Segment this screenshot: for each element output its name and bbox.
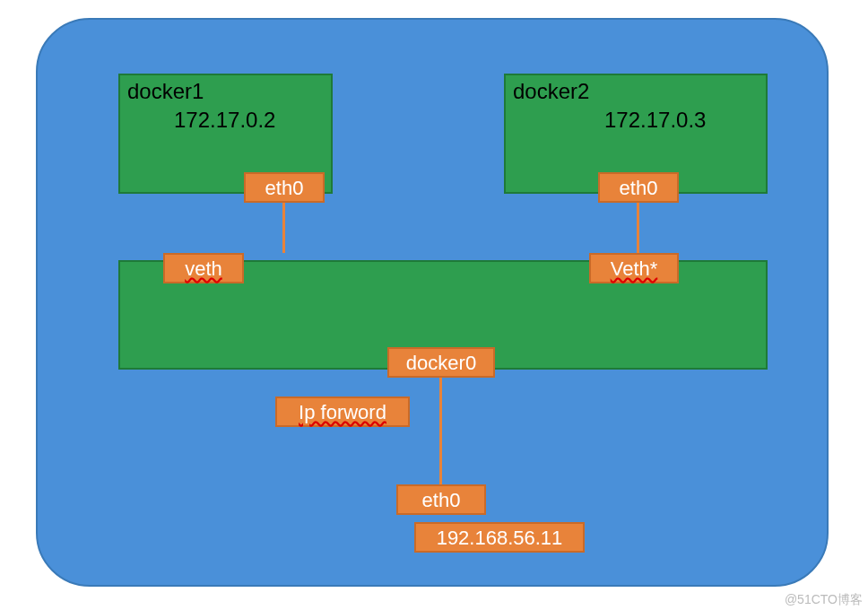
line-docker2-veth (637, 203, 639, 253)
docker1-veth: veth (163, 253, 244, 283)
ip-forward: Ip forword (275, 396, 410, 427)
host-eth0: eth0 (396, 484, 486, 515)
docker2-eth0: eth0 (598, 172, 679, 203)
docker1-ip: 172.17.0.2 (174, 108, 275, 133)
watermark: @51CTO博客 (785, 592, 863, 608)
host-ip: 192.168.56.11 (414, 522, 585, 553)
bridge-docker0: docker0 (387, 347, 495, 378)
docker2-title: docker2 (513, 79, 589, 104)
docker1-title: docker1 (127, 79, 204, 104)
docker2-veth: Veth* (589, 253, 679, 283)
line-docker1-veth (282, 203, 285, 253)
docker1-eth0: eth0 (244, 172, 325, 203)
line-bridge-host (439, 378, 442, 485)
host-container: docker1 172.17.0.2 eth0 docker2 172.17.0… (36, 18, 829, 587)
docker2-ip: 172.17.0.3 (604, 108, 706, 133)
